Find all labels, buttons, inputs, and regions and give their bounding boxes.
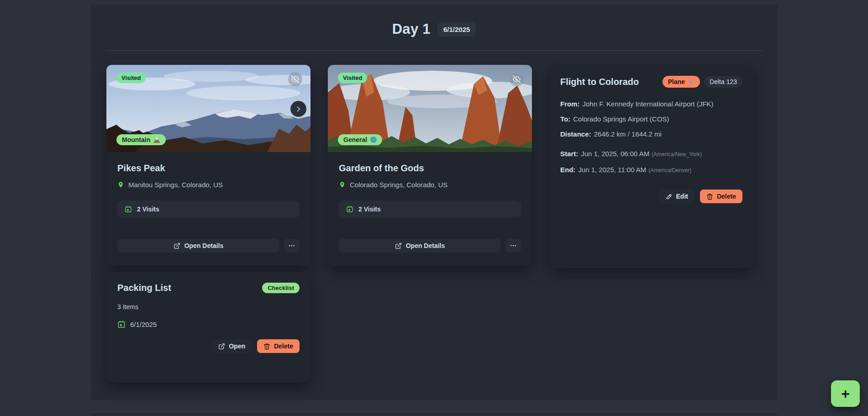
calendar-icon (346, 205, 353, 213)
place-location: Colorado Springs, Colorado, US (350, 181, 447, 189)
delete-checklist-button[interactable]: Delete (257, 339, 300, 353)
more-options-button[interactable] (505, 239, 521, 253)
trash-icon (706, 193, 713, 200)
visits-count: 2 Visits (137, 205, 159, 213)
flight-number-badge: Delta 123 (704, 76, 742, 88)
start-label: Start: (560, 150, 578, 158)
eye-off-icon (291, 75, 299, 83)
visited-badge: Visited (338, 73, 367, 83)
flight-start-row: Start:Jun 1, 2025, 06:00 AM(America/New_… (560, 149, 742, 159)
place-photo[interactable]: Visited Mountain (106, 65, 310, 152)
place-title: Pikes Peak (117, 163, 300, 174)
from-label: From: (560, 100, 580, 108)
place-location: Manitou Springs, Colorado, US (128, 181, 223, 189)
flight-from-row: From:John F. Kennedy International Airpo… (560, 100, 742, 108)
edit-button[interactable]: Edit (659, 190, 694, 203)
start-timezone: (America/New_York) (652, 151, 702, 158)
flight-card: Flight to Colorado Plane Delta 123 From:… (549, 65, 753, 268)
place-card-garden-of-the-gods: Visited General Garden of the Gods Color… (328, 65, 532, 266)
open-checklist-button[interactable]: Open (212, 339, 252, 353)
trash-icon (263, 343, 270, 350)
plane-emoji-icon (687, 77, 696, 86)
place-photo[interactable]: Visited General (328, 65, 532, 152)
from-value: John F. Kennedy International Airport (J… (583, 100, 714, 108)
globe-emoji-icon (370, 137, 377, 143)
open-details-label: Open Details (184, 242, 224, 249)
checklist-card: Packing List Checklist 3 Items 6/1/2025 … (106, 272, 310, 383)
plus-icon: + (841, 386, 850, 401)
delete-button[interactable]: Delete (700, 190, 742, 203)
visibility-toggle-button[interactable] (510, 72, 524, 86)
chevron-right-icon (295, 105, 303, 113)
start-value: Jun 1, 2025, 06:00 AM (581, 150, 649, 158)
ellipsis-icon (510, 242, 517, 249)
visits-count: 2 Visits (358, 205, 381, 213)
to-label: To: (560, 115, 570, 123)
end-label: End: (560, 166, 575, 174)
next-image-button[interactable] (290, 101, 306, 117)
external-link-icon (218, 343, 225, 350)
next-section-edge (91, 412, 777, 416)
open-details-button[interactable]: Open Details (117, 239, 279, 253)
open-details-button[interactable]: Open Details (339, 239, 501, 253)
header-divider (106, 50, 762, 51)
open-label: Open (229, 342, 245, 350)
distance-label: Distance: (560, 130, 591, 138)
external-link-icon (395, 242, 402, 249)
ellipsis-icon (288, 242, 295, 249)
day-header: Day 1 6/1/2025 (91, 21, 777, 37)
to-value: Colorado Springs Airport (COS) (573, 115, 669, 123)
edit-icon (666, 193, 673, 200)
items-count: 3 Items (117, 303, 300, 311)
flight-distance-row: Distance:2646.2 km / 1644.2 mi (560, 130, 742, 138)
visited-badge: Visited (116, 73, 146, 83)
edit-label: Edit (676, 193, 688, 200)
flight-to-row: To:Colorado Springs Airport (COS) (560, 115, 742, 123)
transport-type-label: Plane (668, 78, 685, 85)
external-link-icon (174, 242, 180, 249)
delete-label: Delete (274, 342, 293, 350)
category-label: General (343, 136, 367, 143)
eye-off-icon (513, 75, 521, 83)
visibility-toggle-button[interactable] (288, 72, 302, 86)
more-options-button[interactable] (284, 239, 300, 253)
category-label: Mountain (122, 136, 150, 143)
day-title: Day 1 (392, 21, 431, 37)
visits-panel: 2 Visits (117, 200, 300, 218)
flight-title: Flight to Colorado (560, 76, 639, 87)
calendar-icon (125, 205, 132, 213)
distance-value: 2646.2 km / 1644.2 mi (594, 130, 662, 138)
category-badge: Mountain (116, 134, 166, 145)
checklist-title: Packing List (117, 283, 171, 293)
category-badge: General (338, 134, 382, 145)
end-value: Jun 1, 2025, 11:00 AM (578, 166, 646, 174)
place-title: Garden of the Gods (339, 163, 521, 174)
map-pin-icon (339, 181, 346, 188)
end-timezone: (America/Denver) (648, 167, 691, 174)
checklist-date: 6/1/2025 (130, 321, 157, 328)
place-card-pikes-peak: Visited Mountain Pikes Peak Manitou Spri… (106, 65, 310, 266)
add-item-button[interactable]: + (831, 380, 860, 407)
flight-end-row: End:Jun 1, 2025, 11:00 AM(America/Denver… (560, 165, 742, 175)
transport-type-badge: Plane (663, 76, 700, 88)
checklist-date-row: 6/1/2025 (117, 320, 300, 328)
map-pin-icon (117, 181, 124, 188)
calendar-icon (117, 320, 126, 328)
open-details-label: Open Details (406, 242, 445, 249)
day-date-badge: 6/1/2025 (437, 22, 476, 37)
mountain-emoji-icon (153, 137, 160, 143)
checklist-badge: Checklist (262, 283, 300, 293)
delete-label: Delete (717, 193, 736, 200)
visits-panel: 2 Visits (339, 200, 521, 218)
